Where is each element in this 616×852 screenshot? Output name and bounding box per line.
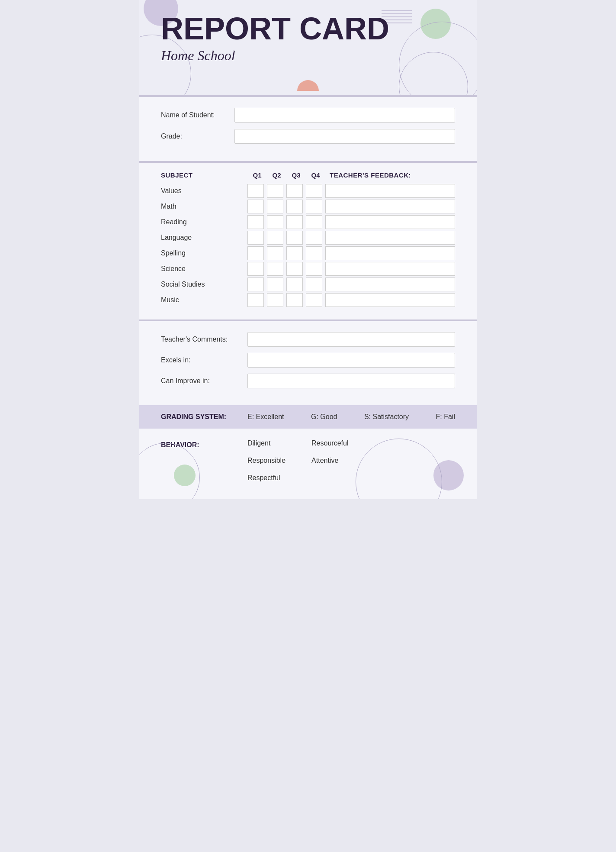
behavior-respectful: Respectful <box>247 474 286 482</box>
teacher-comments-input[interactable] <box>247 332 455 347</box>
grading-good: G: Good <box>311 413 337 421</box>
grade-rows: ValuesMathReadingLanguageSpellingScience… <box>161 184 455 307</box>
grade-q4-input[interactable] <box>306 184 322 198</box>
grade-q3-input[interactable] <box>286 293 303 307</box>
col-subject-header: SUBJECT <box>161 171 247 179</box>
grade-q1-input[interactable] <box>247 278 264 291</box>
col-q2-header: Q2 <box>267 171 286 179</box>
subject-name: Science <box>161 265 247 273</box>
subject-name: Spelling <box>161 249 247 257</box>
subject-name: Music <box>161 296 247 304</box>
grading-title: GRADING SYSTEM: <box>161 413 247 421</box>
comments-section: Teacher's Comments: Excels in: Can Impro… <box>139 321 477 405</box>
grade-q3-input[interactable] <box>286 262 303 276</box>
behavior-col2: Resourceful Attentive <box>311 439 348 482</box>
grade-q2-input[interactable] <box>267 246 283 260</box>
name-label: Name of Student: <box>161 111 234 119</box>
feedback-input[interactable] <box>325 262 455 276</box>
header: REPORT CARD Home School <box>139 0 477 95</box>
grade-q2-input[interactable] <box>267 215 283 229</box>
grade-q4-input[interactable] <box>306 293 322 307</box>
grade-row: Grade: <box>161 129 455 144</box>
grade-q3-input[interactable] <box>286 246 303 260</box>
subject-name: Language <box>161 234 247 242</box>
header-subtitle: Home School <box>161 48 455 64</box>
subject-name: Values <box>161 187 247 195</box>
table-row: Values <box>161 184 455 198</box>
col-q1-header: Q1 <box>247 171 267 179</box>
subject-name: Social Studies <box>161 281 247 288</box>
subject-name: Math <box>161 203 247 210</box>
grading-fail: F: Fail <box>436 413 455 421</box>
teacher-comments-row: Teacher's Comments: <box>161 332 455 347</box>
grade-q4-input[interactable] <box>306 246 322 260</box>
grade-q1-input[interactable] <box>247 184 264 198</box>
student-info-section: Name of Student: Grade: <box>139 97 477 161</box>
behavior-responsible: Responsible <box>247 457 286 465</box>
name-input[interactable] <box>234 108 455 123</box>
grade-q3-input[interactable] <box>286 184 303 198</box>
grade-q1-input[interactable] <box>247 200 264 213</box>
grade-q2-input[interactable] <box>267 278 283 291</box>
grading-excellent: E: Excellent <box>247 413 284 421</box>
grade-q3-input[interactable] <box>286 215 303 229</box>
table-row: Reading <box>161 215 455 229</box>
name-row: Name of Student: <box>161 108 455 123</box>
table-row: Music <box>161 293 455 307</box>
table-row: Math <box>161 200 455 213</box>
grading-system-section: GRADING SYSTEM: E: Excellent G: Good S: … <box>139 405 477 429</box>
subject-name: Reading <box>161 218 247 226</box>
feedback-input[interactable] <box>325 215 455 229</box>
table-row: Science <box>161 262 455 276</box>
grade-q1-input[interactable] <box>247 231 264 245</box>
improve-label: Can Improve in: <box>161 377 247 385</box>
grades-header: SUBJECT Q1 Q2 Q3 Q4 TEACHER'S FEEDBACK: <box>161 171 455 179</box>
grade-q4-input[interactable] <box>306 215 322 229</box>
feedback-input[interactable] <box>325 278 455 291</box>
grade-q1-input[interactable] <box>247 215 264 229</box>
grading-satisfactory: S: Satisfactory <box>364 413 409 421</box>
grades-section: SUBJECT Q1 Q2 Q3 Q4 TEACHER'S FEEDBACK: … <box>139 163 477 320</box>
grade-q2-input[interactable] <box>267 184 283 198</box>
excels-label: Excels in: <box>161 356 247 364</box>
grade-q4-input[interactable] <box>306 231 322 245</box>
grade-q1-input[interactable] <box>247 293 264 307</box>
improve-row: Can Improve in: <box>161 374 455 388</box>
behavior-columns: Diligent Responsible Respectful Resource… <box>247 439 348 482</box>
report-card-page: REPORT CARD Home School Name of Student:… <box>139 0 477 499</box>
feedback-input[interactable] <box>325 246 455 260</box>
deco-circle-pink-mid <box>297 80 319 91</box>
feedback-input[interactable] <box>325 231 455 245</box>
grade-q4-input[interactable] <box>306 262 322 276</box>
grade-q1-input[interactable] <box>247 262 264 276</box>
feedback-input[interactable] <box>325 293 455 307</box>
grade-q1-input[interactable] <box>247 246 264 260</box>
table-row: Spelling <box>161 246 455 260</box>
col-q3-header: Q3 <box>286 171 306 179</box>
grade-input[interactable] <box>234 129 455 144</box>
grade-label: Grade: <box>161 132 234 140</box>
teacher-comments-label: Teacher's Comments: <box>161 336 247 343</box>
grade-q4-input[interactable] <box>306 200 322 213</box>
grade-q2-input[interactable] <box>267 262 283 276</box>
grade-q4-input[interactable] <box>306 278 322 291</box>
col-q4-header: Q4 <box>306 171 325 179</box>
behavior-resourceful: Resourceful <box>311 439 348 447</box>
excels-row: Excels in: <box>161 353 455 368</box>
improve-input[interactable] <box>247 374 455 388</box>
grade-q2-input[interactable] <box>267 200 283 213</box>
feedback-input[interactable] <box>325 200 455 213</box>
behavior-section: BEHAVIOR: Diligent Responsible Respectfu… <box>139 429 477 499</box>
behavior-diligent: Diligent <box>247 439 286 447</box>
behavior-col1: Diligent Responsible Respectful <box>247 439 286 482</box>
feedback-input[interactable] <box>325 184 455 198</box>
grade-q3-input[interactable] <box>286 231 303 245</box>
excels-input[interactable] <box>247 353 455 368</box>
grading-items: E: Excellent G: Good S: Satisfactory F: … <box>247 413 455 421</box>
grade-q3-input[interactable] <box>286 200 303 213</box>
behavior-attentive: Attentive <box>311 457 348 465</box>
grade-q2-input[interactable] <box>267 293 283 307</box>
grade-q2-input[interactable] <box>267 231 283 245</box>
page-title: REPORT CARD <box>161 13 455 44</box>
grade-q3-input[interactable] <box>286 278 303 291</box>
